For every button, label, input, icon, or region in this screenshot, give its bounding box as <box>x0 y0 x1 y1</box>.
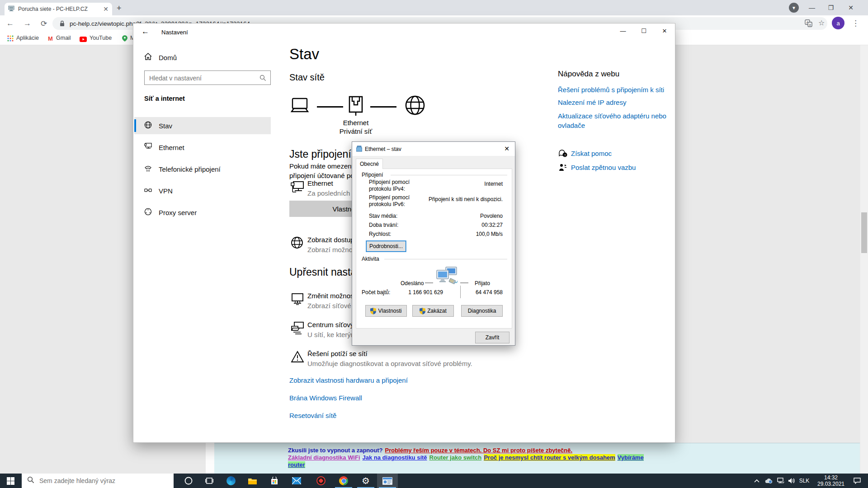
taskbar-search-box[interactable] <box>22 474 174 488</box>
details-button[interactable]: Podrobnosti... <box>366 241 406 252</box>
dialup-phone-icon <box>144 165 152 174</box>
troubleshoot-sub: Umožňuje diagnostikovat a opravovat síťo… <box>307 360 472 367</box>
browser-menu-icon[interactable]: ⋮ <box>852 19 859 28</box>
browser-minimize-button[interactable]: — <box>803 0 821 15</box>
dialog-disable-button[interactable]: Zakázat <box>412 305 454 317</box>
sidebar-item-proxy[interactable]: Proxy server <box>134 204 271 221</box>
dialog-disable-label: Zakázat <box>427 308 447 314</box>
browser-update-icon[interactable]: ▼ <box>785 0 803 15</box>
dialog-close-icon[interactable]: ✕ <box>504 145 509 152</box>
screen: Zkusili jste to vypnout a zapnout?Problé… <box>0 0 868 488</box>
ipv6-value: Připojení k síti není k dispozici. <box>410 196 503 202</box>
driver-booster-icon[interactable] <box>311 474 331 488</box>
sidebar-section-heading: Síť a internet <box>144 95 185 102</box>
sidebar-item-vpn[interactable]: VPN <box>134 182 271 199</box>
settings-maximize-button[interactable]: ☐ <box>633 23 654 38</box>
tray-network-icon[interactable] <box>775 474 787 488</box>
signature-link[interactable]: Jak na diagnostiku sítě <box>363 454 427 461</box>
sidebar-item-ethernet[interactable]: Ethernet <box>134 139 271 156</box>
signature-link[interactable]: Router jako switch <box>429 454 482 461</box>
speed-value: 100,0 Mb/s <box>410 231 503 237</box>
tray-volume-icon[interactable] <box>786 474 797 488</box>
tray-chevron-icon[interactable] <box>750 474 763 488</box>
taskbar-search-input[interactable] <box>38 477 162 485</box>
edge-icon[interactable] <box>221 474 241 488</box>
svg-text:a: a <box>809 23 811 27</box>
available-networks-icon <box>291 236 303 251</box>
get-help-link[interactable]: Získat pomoc <box>571 150 612 157</box>
settings-search-input[interactable] <box>148 71 261 85</box>
dialog-titlebar[interactable]: Ethernet – stav ✕ <box>352 142 515 156</box>
browser-close-button[interactable]: ✕ <box>842 0 860 15</box>
ipv4-value: Internet <box>410 181 503 187</box>
signature-link[interactable]: Vybíráme <box>618 454 644 461</box>
activity-group-label: Aktivita <box>362 256 379 262</box>
maps-icon <box>122 35 127 43</box>
settings-close-button[interactable]: ✕ <box>654 23 675 38</box>
sidebar-item-home[interactable]: Domů <box>134 49 271 66</box>
hardware-properties-link[interactable]: Zobrazit vlastnosti hardwaru a připojení <box>289 376 408 384</box>
settings-gear-icon[interactable]: ⚙ <box>355 474 376 488</box>
feedback-link[interactable]: Poslat zpětnou vazbu <box>571 164 636 171</box>
settings-search-box[interactable] <box>144 70 271 85</box>
uac-shield-icon <box>420 308 425 314</box>
cortana-button[interactable] <box>178 474 199 488</box>
chrome-icon[interactable] <box>333 474 354 488</box>
browser-scrollbar[interactable] <box>860 45 868 474</box>
scrollbar-thumb[interactable] <box>861 212 867 253</box>
sidebar-item-label: Stav <box>159 122 172 130</box>
signature-line-3: router <box>288 461 307 468</box>
mail-icon[interactable] <box>286 474 307 488</box>
browser-restore-button[interactable]: ❐ <box>822 0 840 15</box>
tab-obecne[interactable]: Obecné <box>356 159 383 169</box>
help-link-adapter[interactable]: Aktualizace síťového adaptéru nebo ovlad… <box>558 111 676 130</box>
back-icon[interactable]: ← <box>6 19 14 28</box>
network-reset-link[interactable]: Resetování sítě <box>289 412 336 419</box>
sidebar-item-dialup[interactable]: Telefonické připojení <box>134 160 271 178</box>
reload-icon[interactable]: ⟳ <box>41 19 47 28</box>
group-separator <box>391 175 507 175</box>
signature-link[interactable]: Proč je nesmysl chtít router s velkým do… <box>484 454 615 461</box>
tray-clock[interactable]: 14:32 29.03.2021 <box>816 474 845 487</box>
status-globe-icon <box>144 121 152 131</box>
signature-link[interactable]: Problémy řeším pouze v tématech. Do SZ m… <box>385 447 572 454</box>
translate-icon[interactable]: Aa <box>805 19 812 29</box>
apps-grid-icon[interactable] <box>7 35 14 43</box>
browser-tab[interactable]: Porucha siete - PC-HELP.CZ ✕ <box>5 3 112 15</box>
help-link-troubleshoot[interactable]: Řešení problémů s připojením k síti <box>558 86 664 94</box>
bookmark-gmail[interactable]: Gmail <box>56 35 71 41</box>
sidebar-item-stav[interactable]: Stav <box>134 117 271 134</box>
action-center-icon[interactable] <box>848 474 866 488</box>
dialog-close-button[interactable]: Zavřít <box>475 332 509 343</box>
help-heading: Nápověda z webu <box>558 70 619 79</box>
network-status-window-icon[interactable] <box>377 474 398 488</box>
diagram-connector-line <box>317 106 343 108</box>
profile-avatar[interactable]: a <box>832 17 844 29</box>
troubleshoot-title[interactable]: Řešení potíží se sítí <box>307 350 368 357</box>
bookmark-apps[interactable]: Aplikácie <box>16 35 39 41</box>
file-explorer-icon[interactable] <box>242 474 263 488</box>
tray-language[interactable]: SLK <box>797 474 812 488</box>
bookmark-youtube[interactable]: YouTube <box>90 35 112 41</box>
help-link-ip[interactable]: Nalezení mé IP adresy <box>558 99 626 106</box>
tray-cloud-icon[interactable] <box>763 474 775 488</box>
media-state-label: Stav média: <box>369 213 397 220</box>
signature-link[interactable]: Základní diagnostika WiFi <box>288 454 360 461</box>
start-button[interactable] <box>0 474 21 488</box>
settings-back-icon[interactable]: ← <box>142 27 149 36</box>
forward-icon[interactable]: → <box>24 19 31 28</box>
new-tab-button[interactable]: + <box>117 4 122 13</box>
tab-close-icon[interactable]: ✕ <box>103 6 108 12</box>
bookmark-star-icon[interactable]: ☆ <box>818 19 825 27</box>
duration-label: Doba trvání: <box>369 222 398 229</box>
task-view-button[interactable] <box>199 474 220 488</box>
signature-link[interactable]: router <box>288 461 305 468</box>
dialog-properties-button[interactable]: Vlastnosti <box>365 305 407 317</box>
settings-minimize-button[interactable]: — <box>613 23 633 38</box>
diagram-connector-line <box>370 106 396 108</box>
bytes-sent-value: 1 166 901 629 <box>401 289 443 296</box>
firewall-link[interactable]: Brána Windows Firewall <box>289 394 362 402</box>
dialog-diagnose-button[interactable]: Diagnostika <box>461 305 503 317</box>
store-icon[interactable] <box>264 474 285 488</box>
taskbar: ⚙ SLK 14:32 29.03.2021 <box>0 474 868 488</box>
